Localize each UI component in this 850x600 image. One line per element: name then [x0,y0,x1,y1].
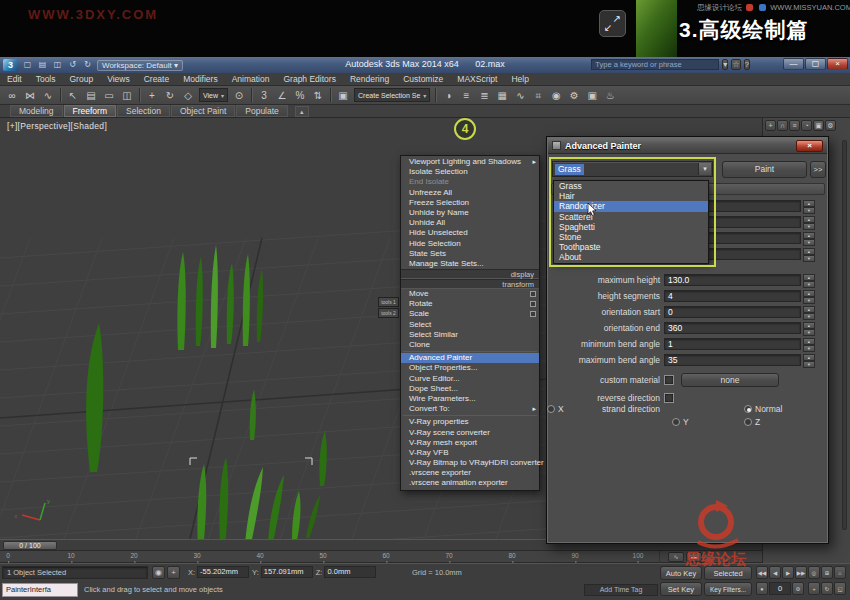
modify-tab-icon[interactable]: ∩ [777,120,788,131]
search-scope-icon[interactable]: ▾ [722,59,728,70]
spinner-down-icon[interactable]: ▾ [803,361,815,368]
spinner-control[interactable]: ▴▾ [803,248,815,262]
open-file-icon[interactable]: ▤ [36,59,49,71]
strand-option-y[interactable]: Y [672,417,689,427]
open-mini-curve-editor-icon[interactable]: ∿ [668,552,684,562]
layer-manager-icon[interactable]: ≣ [476,87,492,103]
spinner-control[interactable]: ▴▾ [803,232,815,246]
param-field-minimum-bend-angle[interactable]: 1 [664,338,801,350]
minimize-button[interactable]: — [783,58,804,70]
expand-icon[interactable]: ↗ ↙ [599,10,626,37]
percent-snap-icon[interactable]: % [292,87,308,103]
menu-graph-editors[interactable]: Graph Editors [276,73,342,86]
spinner-control[interactable]: ▴▾ [803,338,815,352]
strand-option-x[interactable]: X [547,404,564,414]
context-item-unfreeze-all[interactable]: Unfreeze All [401,188,539,198]
go-to-start-button[interactable]: ◀◀ [756,566,768,579]
absolute-mode-icon[interactable]: + [167,566,180,579]
context-item-move[interactable]: Move [401,289,539,299]
menu-rendering[interactable]: Rendering [343,73,396,86]
param-field-orientation-start[interactable]: 0 [664,306,801,318]
render-setup-icon[interactable]: ⚙ [566,87,582,103]
maximize-viewport-icon[interactable]: ◱ [834,582,846,595]
dropdown-option-scatterer[interactable]: Scatterer [554,212,708,222]
dropdown-option-about[interactable]: About [554,252,708,262]
context-item-isolate-selection[interactable]: Isolate Selection [401,167,539,177]
context-item-unhide-by-name[interactable]: Unhide by Name [401,208,539,218]
context-item-vrscene-animation-exporter[interactable]: .vrscene animation exporter [401,478,539,488]
window-crossing-icon[interactable]: ◫ [119,87,135,103]
context-item-manage-state-sets[interactable]: Manage State Sets... [401,259,539,269]
quad-tab-tools-1[interactable]: tools 1 [378,297,399,307]
menu-animation[interactable]: Animation [225,73,277,86]
menu-maxscript[interactable]: MAXScript [450,73,504,86]
settings-box-icon[interactable] [530,311,536,317]
coordinate-value-field[interactable]: -55.202mm [197,566,249,578]
context-item-rotate[interactable]: Rotate [401,299,539,309]
quad-tab-tools-2[interactable]: tools 2 [378,308,399,318]
spinner-down-icon[interactable]: ▾ [803,223,815,230]
context-item-v-ray-scene-converter[interactable]: V-Ray scene converter [401,428,539,438]
undo-icon[interactable]: ↺ [66,59,79,71]
dropdown-option-hair[interactable]: Hair [554,191,708,201]
curve-editor-icon[interactable]: ∿ [512,87,528,103]
help-icon[interactable]: ? [744,59,750,70]
context-item-v-ray-vfb[interactable]: V-Ray VFB [401,448,539,458]
spinner-up-icon[interactable]: ▴ [803,306,815,313]
current-frame-field[interactable]: 0 [769,582,791,595]
spinner-up-icon[interactable]: ▴ [803,232,815,239]
dropdown-option-grass[interactable]: Grass [554,181,708,191]
mirror-icon[interactable]: ◑ [440,87,456,103]
selection-lock-icon[interactable]: ◉ [152,566,165,579]
select-and-move-icon[interactable]: + [144,87,160,103]
spinner-down-icon[interactable]: ▾ [803,207,815,214]
tab-modeling[interactable]: Modeling [10,105,63,117]
motion-tab-icon[interactable]: ◔ [801,120,812,131]
ribbon-minimize-icon[interactable]: ▴ [295,106,309,117]
pan-icon[interactable]: + [808,582,820,595]
spinner-snap-icon[interactable]: ⇅ [310,87,326,103]
context-item-object-properties[interactable]: Object Properties... [401,363,539,373]
spinner-up-icon[interactable]: ▴ [803,248,815,255]
align-icon[interactable]: ≡ [458,87,474,103]
close-icon[interactable]: × [796,140,823,152]
spinner-down-icon[interactable]: ▾ [803,239,815,246]
track-bar[interactable]: 0102030405060708090100 ∿▬ [0,551,762,563]
paint-button[interactable]: Paint [722,161,807,178]
spinner-up-icon[interactable]: ▴ [803,322,815,329]
context-item-v-ray-mesh-export[interactable]: V-Ray mesh export [401,438,539,448]
select-and-link-icon[interactable]: ∞ [4,87,20,103]
spinner-up-icon[interactable]: ▴ [803,290,815,297]
menu-tools[interactable]: Tools [29,73,63,86]
dropdown-option-stone[interactable]: Stone [554,232,708,242]
spinner-up-icon[interactable]: ▴ [803,274,815,281]
select-object-icon[interactable]: ↖ [65,87,81,103]
context-item-select[interactable]: Select [401,320,539,330]
context-item-convert-to[interactable]: Convert To:▸ [401,404,539,414]
spinner-control[interactable]: ▴▾ [803,274,815,288]
maximize-button[interactable]: ▢ [805,58,826,70]
context-item-state-sets[interactable]: State Sets [401,249,539,259]
context-item-viewport-lighting-and-shadows[interactable]: Viewport Lighting and Shadows▸ [401,157,539,167]
spinner-control[interactable]: ▴▾ [803,354,815,368]
coordinate-value-field[interactable]: 0.0mm [324,566,376,578]
edit-named-selection-sets-icon[interactable]: ▣ [335,87,351,103]
render-production-icon[interactable]: ♨ [602,87,618,103]
bind-to-space-warp-icon[interactable]: ∿ [40,87,56,103]
menu-customize[interactable]: Customize [396,73,450,86]
go-to-end-button[interactable]: ▶▶ [795,566,807,579]
previous-frame-button[interactable]: ◀ [769,566,781,579]
search-input[interactable] [591,59,719,70]
context-item-v-ray-bitmap-to-vrayhdri-converter[interactable]: V-Ray Bitmap to VRayHDRI converter [401,458,539,468]
zoom-icon[interactable]: ◎ [808,566,820,579]
menu-edit[interactable]: Edit [0,73,29,86]
rendered-frame-window-icon[interactable]: ▣ [584,87,600,103]
context-item-dope-sheet[interactable]: Dope Sheet... [401,384,539,394]
expand-rollout-button[interactable]: >> [810,161,826,178]
menu-help[interactable]: Help [504,73,535,86]
panel-scrollbar[interactable] [842,140,847,530]
context-item-advanced-painter[interactable]: Advanced Painter [401,353,539,363]
new-scene-icon[interactable]: ▢ [21,59,34,71]
spinner-up-icon[interactable]: ▴ [803,200,815,207]
hierarchy-tab-icon[interactable]: ≡ [789,120,800,131]
